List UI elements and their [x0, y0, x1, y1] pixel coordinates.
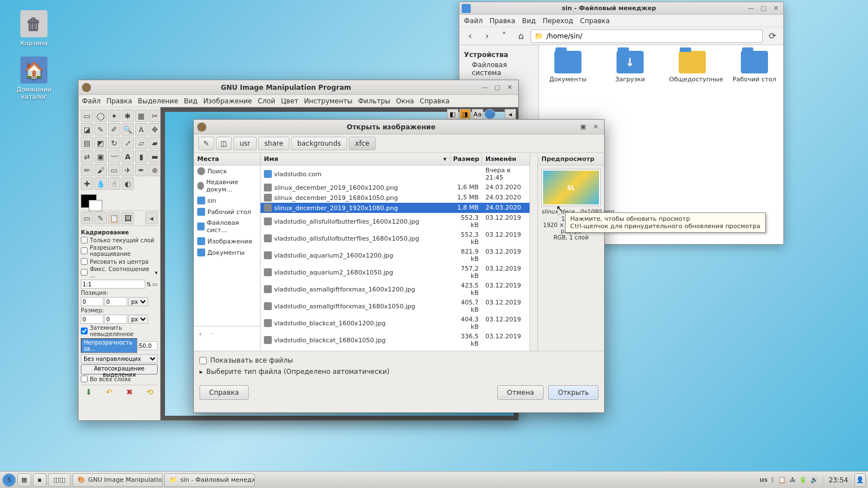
pos-unit[interactable]: px: [128, 297, 148, 306]
tool-eraser[interactable]: ▭: [108, 164, 120, 176]
tab-devices[interactable]: ✎: [94, 212, 107, 224]
menu-go[interactable]: Переход: [542, 17, 573, 25]
background-color[interactable]: [89, 200, 102, 211]
tab-gradients[interactable]: [484, 109, 496, 119]
path-input[interactable]: 📁 /home/sin/: [531, 29, 763, 43]
maximize-button[interactable]: ▢: [758, 4, 769, 13]
path-segment[interactable]: usr: [233, 137, 257, 150]
chevron-down-icon[interactable]: ▾: [155, 269, 158, 276]
file-row[interactable]: vladstudio_asmallgiftforxmas_1680x1050.j…: [261, 298, 530, 315]
swap-icon[interactable]: ⇅: [146, 281, 151, 287]
tool-crop[interactable]: ◩: [94, 137, 107, 149]
size-x-input[interactable]: [81, 315, 103, 324]
menu-file[interactable]: Файл: [82, 97, 101, 105]
menu-color[interactable]: Цвет: [281, 97, 298, 105]
tool-dodge[interactable]: ◐: [121, 177, 134, 190]
tool-align[interactable]: ▤: [81, 137, 93, 149]
tab-history[interactable]: 📋: [108, 212, 120, 224]
pos-x-input[interactable]: [81, 297, 103, 306]
col-name[interactable]: Имя▾: [261, 153, 450, 165]
opt-dim[interactable]: [81, 328, 88, 334]
file-row[interactable]: vladstudio_blackcat_1680x1050.jpg336,5 k…: [261, 332, 530, 348]
tool-rect-select[interactable]: ▭: [81, 110, 93, 122]
tool-perspective[interactable]: ▰: [149, 137, 161, 149]
fm-titlebar[interactable]: sin - Файловый менеджер — ▢ ✕: [459, 2, 783, 15]
terminal-button[interactable]: ▪: [33, 473, 46, 487]
tab-images[interactable]: 🖼: [121, 212, 134, 224]
tool-move[interactable]: ✥: [149, 123, 161, 136]
file-row[interactable]: vladstudio_aquarium2_1600x1200.jpg821,9 …: [261, 247, 530, 264]
path-segment[interactable]: backgrounds: [291, 137, 347, 150]
folder-public[interactable]: Общедоступные: [669, 51, 715, 238]
menu-view[interactable]: Вид: [184, 97, 197, 105]
show-all-checkbox[interactable]: [199, 357, 207, 364]
refresh-button[interactable]: ⟳: [765, 29, 780, 43]
scrollbar[interactable]: [530, 153, 537, 351]
menu-edit[interactable]: Правка: [489, 17, 515, 25]
forward-button[interactable]: ›: [480, 29, 494, 43]
menu-file[interactable]: Файл: [464, 17, 483, 25]
path-segment[interactable]: xfce: [349, 137, 375, 150]
file-row[interactable]: slinux_december_2019_1600x1200.png1,6 MB…: [261, 182, 530, 193]
volume-icon[interactable]: 🔊: [810, 476, 818, 483]
tool-scale[interactable]: ⤢: [121, 137, 134, 149]
minimize-button[interactable]: —: [480, 83, 490, 92]
task-gimp[interactable]: 🎨GNU Image Manipulation ...: [72, 473, 163, 487]
tool-ink[interactable]: ✒: [135, 164, 147, 176]
tool-smudge[interactable]: ☝: [108, 177, 120, 190]
workspace-switcher[interactable]: ◫◫: [48, 473, 71, 487]
size-y-input[interactable]: [105, 315, 127, 324]
place-item[interactable]: Изображения: [194, 236, 260, 247]
path-segment[interactable]: share: [258, 137, 289, 150]
tab-patterns[interactable]: ◨: [459, 109, 471, 119]
opt-current-layer[interactable]: [81, 237, 88, 243]
path-root-button[interactable]: ◫: [216, 137, 232, 150]
tool-zoom[interactable]: 🔍: [121, 123, 134, 136]
tool-warp[interactable]: 〰: [108, 150, 120, 163]
size-unit[interactable]: px: [128, 315, 148, 324]
menu-windows[interactable]: Окна: [396, 97, 414, 105]
tool-airbrush[interactable]: ✈: [121, 164, 134, 176]
up-button[interactable]: ˄: [497, 29, 511, 43]
tool-cage[interactable]: ▣: [94, 150, 107, 163]
autoshrink-button[interactable]: Автосокращение выделения: [81, 364, 158, 374]
file-row[interactable]: slinux_december_2019_1920x1080.png1,8 MB…: [261, 203, 530, 213]
menu-view[interactable]: Вид: [522, 17, 536, 25]
menu-select[interactable]: Выделение: [138, 97, 178, 105]
opt-fixed-aspect[interactable]: [81, 269, 88, 276]
tool-text[interactable]: A: [121, 150, 134, 163]
tool-rotate[interactable]: ↻: [108, 137, 120, 149]
tab-fonts[interactable]: Aa: [472, 109, 483, 119]
path-edit-button[interactable]: ✎: [198, 137, 214, 150]
desktop-icon-trash[interactable]: 🗑 Корзина: [11, 10, 57, 47]
menu-edit[interactable]: Правка: [106, 97, 132, 105]
delete-icon[interactable]: ✖: [126, 387, 133, 396]
sidebar-item-filesystem[interactable]: Файловая система: [464, 60, 534, 78]
reset-icon[interactable]: ⟲: [146, 387, 153, 396]
menu-tools[interactable]: Инструменты: [304, 97, 353, 105]
folder-desktop[interactable]: Рабочий стол: [731, 51, 778, 238]
save-icon[interactable]: ⬇: [85, 387, 92, 396]
file-row[interactable]: vladstudio.comВчера в 21:45: [261, 165, 530, 182]
tool-ellipse-select[interactable]: ◯: [94, 110, 107, 122]
close-button[interactable]: ✕: [771, 4, 781, 13]
tool-fuzzy-select[interactable]: ✱: [121, 110, 134, 122]
tool-paths[interactable]: ✎: [94, 123, 107, 136]
col-date[interactable]: Изменён: [482, 153, 530, 165]
restore-button[interactable]: ▣: [578, 123, 588, 132]
file-row[interactable]: slinux_december_2019_1680x1050.png1,5 MB…: [261, 193, 530, 203]
add-place-button[interactable]: ＋: [197, 330, 203, 338]
tool-free-select[interactable]: ✦: [108, 110, 120, 122]
show-desktop-button[interactable]: ▦: [18, 473, 31, 487]
file-row[interactable]: vladstudio_allisfullofbutterflies_1600x1…: [261, 213, 530, 230]
ratio-input[interactable]: [81, 280, 145, 289]
close-button[interactable]: ✕: [505, 83, 515, 92]
tool-blur[interactable]: 💧: [94, 177, 107, 190]
back-button[interactable]: ‹: [463, 29, 478, 43]
menu-help[interactable]: Справка: [580, 17, 610, 25]
minimize-button[interactable]: —: [746, 4, 756, 13]
opt-all-layers[interactable]: [81, 376, 88, 382]
place-item[interactable]: Файловая сист...: [194, 217, 260, 236]
tab-close[interactable]: ◂: [505, 109, 516, 119]
close-button[interactable]: ✕: [591, 123, 601, 132]
